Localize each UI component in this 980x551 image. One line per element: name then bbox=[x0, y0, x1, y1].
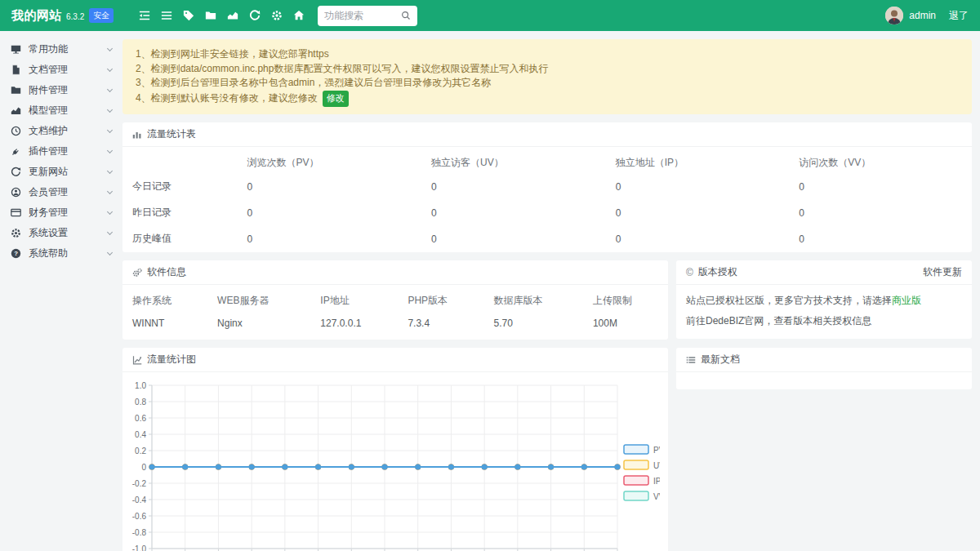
main-content: 1、检测到网址非安全链接，建议您部署https 2、检测到data/common… bbox=[122, 31, 972, 551]
sw-label: 数据库版本 bbox=[483, 285, 582, 311]
card-title: 流量统计图 bbox=[147, 353, 196, 367]
stat-cell: 0 bbox=[789, 174, 972, 200]
stat-cell: 0 bbox=[789, 200, 972, 226]
plug-icon bbox=[11, 146, 21, 157]
folder-icon bbox=[11, 85, 21, 96]
sidebar-item-label: 会员管理 bbox=[29, 185, 68, 199]
traffic-stats-header: 流量统计表 bbox=[122, 122, 972, 147]
search-input[interactable] bbox=[324, 10, 401, 21]
refresh-icon[interactable] bbox=[243, 5, 265, 26]
chevron-down-icon bbox=[107, 188, 113, 193]
gears-icon bbox=[132, 268, 142, 278]
svg-text:-0.2: -0.2 bbox=[132, 479, 147, 488]
stat-col-uv: 独立访客（UV） bbox=[421, 147, 606, 174]
sidebar-item-models[interactable]: 模型管理 bbox=[0, 100, 122, 121]
sw-value: 127.0.0.1 bbox=[310, 311, 398, 340]
chart-row: 流量统计图 05-2905-3005-3106-0106-0206-0306-0… bbox=[122, 348, 972, 551]
sidebar-item-label: 文档维护 bbox=[29, 124, 68, 138]
svg-text:?: ? bbox=[14, 250, 18, 257]
stat-cell: 0 bbox=[421, 174, 606, 200]
fix-button[interactable]: 修改 bbox=[323, 91, 349, 108]
software-info-header: 软件信息 bbox=[122, 260, 668, 285]
sidebar-item-common[interactable]: 常用功能 bbox=[0, 39, 122, 60]
topbar: 我的网站 6.3.2 安全 admin 退了 bbox=[0, 0, 980, 31]
latest-docs-body bbox=[676, 372, 972, 389]
user-circle-icon bbox=[11, 187, 21, 198]
card-title: 最新文档 bbox=[701, 353, 740, 367]
chevron-down-icon bbox=[107, 229, 113, 234]
stat-col-pv: 浏览次数（PV） bbox=[237, 147, 421, 174]
license-card: © 版本授权 软件更新 站点已授权社区版，更多官方技术支持，请选择商业版 前往D… bbox=[676, 260, 972, 339]
stat-row-label: 今日记录 bbox=[122, 174, 237, 200]
stat-col-ip: 独立地址（IP） bbox=[606, 147, 790, 174]
stat-cell: 0 bbox=[789, 226, 972, 252]
sidebar-item-plugins[interactable]: 插件管理 bbox=[0, 141, 122, 162]
stat-cell: 0 bbox=[421, 200, 606, 226]
sidebar-item-finance[interactable]: 财务管理 bbox=[0, 202, 122, 223]
site-version: 6.3.2 bbox=[66, 12, 84, 21]
sidebar-item-members[interactable]: 会员管理 bbox=[0, 182, 122, 202]
tag-icon[interactable] bbox=[177, 5, 199, 26]
bar-chart-icon[interactable] bbox=[221, 5, 243, 26]
svg-text:PV: PV bbox=[653, 446, 660, 455]
svg-text:0.2: 0.2 bbox=[135, 447, 146, 455]
card-title: 流量统计表 bbox=[147, 127, 196, 141]
table-header-row: 浏览次数（PV） 独立访客（UV） 独立地址（IP） 访问次数（VV） bbox=[122, 147, 972, 174]
gear-icon bbox=[11, 228, 21, 238]
commercial-version-link[interactable]: 商业版 bbox=[892, 295, 921, 306]
sidebar-item-label: 文档管理 bbox=[29, 63, 68, 77]
latest-docs-header: 最新文档 bbox=[676, 348, 972, 372]
warning-line: 4、检测到默认账号没有修改，建议您修改修改 bbox=[136, 91, 959, 108]
username[interactable]: admin bbox=[909, 10, 936, 21]
sw-label: WEB服务器 bbox=[207, 285, 310, 311]
info-row: 软件信息 操作系统 WEB服务器 IP地址 PHP版本 数据库版本 上传限制 W… bbox=[122, 260, 972, 340]
sidebar-item-label: 财务管理 bbox=[29, 206, 68, 220]
sw-value: 7.3.4 bbox=[398, 311, 483, 340]
sw-label: 操作系统 bbox=[122, 285, 207, 311]
avatar[interactable] bbox=[885, 7, 903, 24]
stat-row-label: 昨日记录 bbox=[122, 200, 237, 226]
clock-icon bbox=[11, 126, 21, 136]
user-area: admin 退了 bbox=[885, 7, 969, 24]
chevron-down-icon bbox=[107, 167, 113, 173]
stat-cell: 0 bbox=[237, 226, 421, 252]
folder-icon[interactable] bbox=[199, 5, 221, 26]
outdent-list-icon[interactable] bbox=[133, 5, 155, 26]
gear-icon[interactable] bbox=[265, 5, 287, 26]
stat-row-label: 历史峰值 bbox=[122, 226, 237, 252]
traffic-stats-table: 浏览次数（PV） 独立访客（UV） 独立地址（IP） 访问次数（VV） 今日记录… bbox=[122, 147, 972, 252]
license-line: 站点已授权社区版，更多官方技术支持，请选择商业版 bbox=[686, 291, 962, 311]
safe-badge[interactable]: 安全 bbox=[89, 8, 114, 23]
sidebar-item-attachments[interactable]: 附件管理 bbox=[0, 80, 122, 100]
sw-label: 上传限制 bbox=[583, 285, 668, 311]
home-icon[interactable] bbox=[287, 5, 310, 26]
svg-text:-1.0: -1.0 bbox=[132, 544, 147, 551]
chevron-down-icon bbox=[107, 249, 113, 255]
brand: 我的网站 6.3.2 安全 bbox=[11, 8, 114, 24]
sidebar-item-label: 附件管理 bbox=[29, 83, 68, 97]
sidebar-item-update-site[interactable]: 更新网站 bbox=[0, 162, 122, 182]
license-text: 站点已授权社区版，更多官方技术支持，请选择 bbox=[686, 295, 892, 306]
sidebar-item-settings[interactable]: 系统设置 bbox=[0, 223, 122, 243]
sw-value: 5.70 bbox=[483, 311, 582, 340]
sidebar-item-maintenance[interactable]: 文档维护 bbox=[0, 121, 122, 141]
menu-list-icon[interactable] bbox=[155, 5, 177, 26]
logout-link[interactable]: 退了 bbox=[949, 9, 969, 23]
traffic-chart-card: 流量统计图 05-2905-3005-3106-0106-0206-0306-0… bbox=[122, 348, 668, 551]
table-row: 历史峰值 0 0 0 0 bbox=[122, 226, 972, 252]
chevron-down-icon bbox=[107, 106, 113, 112]
table-header-row: 操作系统 WEB服务器 IP地址 PHP版本 数据库版本 上传限制 bbox=[122, 285, 668, 311]
license-line: 前往DedeBIZ官网，查看版本相关授权信息 bbox=[686, 311, 962, 331]
sidebar-item-label: 模型管理 bbox=[29, 104, 68, 118]
svg-text:0.8: 0.8 bbox=[135, 398, 146, 407]
table-row: 昨日记录 0 0 0 0 bbox=[122, 200, 972, 226]
chevron-down-icon bbox=[107, 208, 113, 214]
svg-text:1.0: 1.0 bbox=[135, 381, 146, 390]
software-update-link[interactable]: 软件更新 bbox=[923, 265, 962, 279]
search-icon[interactable] bbox=[401, 11, 411, 20]
sidebar-item-help[interactable]: ? 系统帮助 bbox=[0, 243, 122, 264]
sidebar-item-documents[interactable]: 文档管理 bbox=[0, 60, 122, 80]
sidebar-item-label: 更新网站 bbox=[29, 165, 68, 179]
monitor-icon bbox=[11, 44, 21, 55]
credit-card-icon bbox=[11, 207, 21, 218]
